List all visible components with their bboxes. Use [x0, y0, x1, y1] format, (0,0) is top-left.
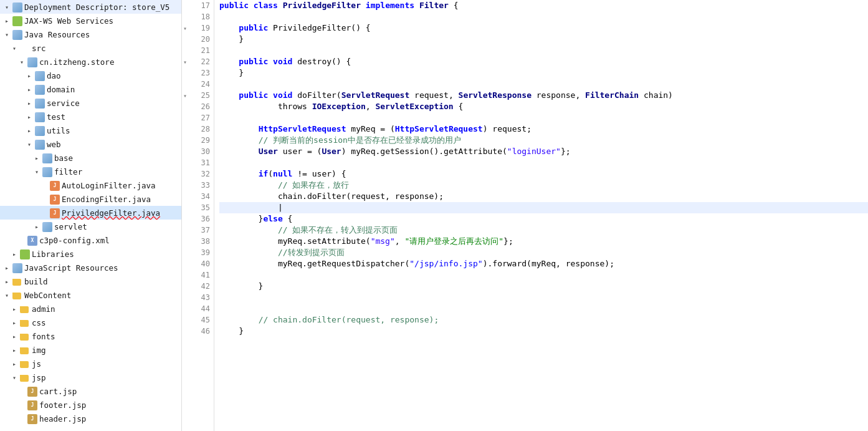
tree-arrow-base	[35, 155, 42, 162]
token: FilterChain	[585, 90, 639, 101]
file-label-java-resources: Java Resources	[24, 30, 90, 39]
line-number-37: 37	[182, 225, 214, 236]
sidebar-item-priviledgefilter[interactable]: PriviledgeFilter.java	[0, 206, 181, 220]
file-label-service: service	[47, 99, 80, 108]
sidebar-item-cart-jsp[interactable]: cart.jsp	[0, 384, 181, 398]
sidebar-item-fonts[interactable]: fonts	[0, 329, 181, 343]
file-label-libraries: Libraries	[32, 249, 74, 259]
tree-arrow-src	[12, 45, 20, 52]
collapse-icon-25[interactable]: ▾	[183, 92, 187, 99]
token	[219, 168, 259, 180]
token: void	[273, 90, 292, 101]
code-line-27	[219, 112, 868, 123]
token: {	[449, 0, 459, 11]
sidebar-item-admin[interactable]: admin	[0, 302, 181, 316]
token: "loginUser"	[507, 146, 561, 157]
file-label-test: test	[47, 112, 65, 122]
token: ServletResponse	[459, 90, 532, 101]
token: // chain.doFilter(request, response);	[259, 314, 439, 326]
file-icon-jsp	[20, 373, 30, 383]
line-number-41: 41	[182, 269, 214, 281]
line-number-35: 35	[182, 202, 214, 213]
sidebar-item-filter[interactable]: filter	[0, 165, 181, 178]
code-line-19: public PriviledgeFilter() {	[219, 22, 868, 34]
line-number-27: 27	[182, 112, 214, 123]
token: // 判断当前的session中是否存在已经登录成功的用户	[259, 135, 461, 146]
file-label-header-jsp: header.jsp	[39, 414, 86, 424]
sidebar-item-header-jsp[interactable]: header.jsp	[0, 412, 181, 425]
line-number-33: 33	[182, 180, 214, 191]
line-number-31: 31	[182, 157, 214, 168]
sidebar-item-jax-ws[interactable]: JAX-WS Web Services	[0, 14, 181, 27]
sidebar-item-footer-jsp[interactable]: footer.jsp	[0, 398, 181, 412]
token: PriviledgeFilter	[283, 0, 361, 11]
collapse-icon-19[interactable]: ▾	[183, 25, 187, 32]
sidebar-item-service[interactable]: service	[0, 96, 181, 110]
sidebar-item-servlet[interactable]: servlet	[0, 220, 181, 233]
tree-arrow-jsp	[12, 374, 20, 381]
file-label-footer-jsp: footer.jsp	[39, 400, 86, 410]
token	[219, 180, 278, 191]
sidebar-item-webcontent[interactable]: WebContent	[0, 288, 181, 302]
sidebar-item-js-resources[interactable]: JavaScript Resources	[0, 261, 181, 274]
sidebar-item-domain[interactable]: domain	[0, 82, 181, 96]
file-icon-filter	[42, 167, 52, 177]
code-line-37: // 如果不存在，转入到提示页面	[219, 225, 868, 236]
token	[219, 90, 239, 101]
sidebar-item-cn-itzheng-store[interactable]: cn.itzheng.store	[0, 55, 181, 69]
sidebar-item-c3p0-config[interactable]: c3p0-config.xml	[0, 233, 181, 247]
line-number-40: 40	[182, 258, 214, 269]
code-line-29: // 判断当前的session中是否存在已经登录成功的用户	[219, 135, 868, 146]
line-number-17: 17	[182, 0, 214, 11]
sidebar-item-build[interactable]: build	[0, 274, 181, 288]
file-icon-servlet	[42, 222, 52, 232]
line-number-42: 42	[182, 281, 214, 292]
code-line-31	[219, 157, 868, 168]
sidebar-item-test[interactable]: test	[0, 110, 181, 123]
file-icon-img	[20, 346, 30, 356]
sidebar-item-autologinfilter[interactable]: AutoLoginFilter.java	[0, 178, 181, 192]
sidebar-item-css[interactable]: css	[0, 316, 181, 329]
line-number-25: ▾25	[182, 90, 214, 101]
file-label-cn-itzheng-store: cn.itzheng.store	[39, 57, 114, 67]
sidebar-item-utils[interactable]: utils	[0, 123, 181, 137]
sidebar-item-web[interactable]: web	[0, 137, 181, 151]
code-line-28: HttpServletRequest myReq = (HttpServletR…	[219, 123, 868, 135]
tree-arrow-dao	[27, 72, 35, 79]
file-label-c3p0-config: c3p0-config.xml	[39, 236, 110, 245]
file-label-encodingfilter: EncodingFilter.java	[62, 195, 151, 204]
token: };	[561, 146, 571, 157]
token: "请用户登录之后再去访问"	[404, 236, 503, 247]
token: PriviledgeFilter() {	[273, 22, 371, 34]
file-label-priviledgefilter: PriviledgeFilter.java	[62, 208, 160, 218]
code-line-43	[219, 292, 868, 303]
collapse-icon-22[interactable]: ▾	[183, 59, 187, 65]
sidebar-item-deployment[interactable]: Deployment Descriptor: store_V5	[0, 0, 181, 14]
sidebar-item-base[interactable]: base	[0, 151, 181, 165]
sidebar-item-js[interactable]: js	[0, 357, 181, 370]
code-line-26: throws IOException, ServletException {	[219, 101, 868, 112]
line-number-30: 30	[182, 146, 214, 157]
file-icon-jax-ws	[12, 16, 22, 26]
sidebar-item-src[interactable]: src	[0, 41, 181, 55]
line-number-20: 20	[182, 34, 214, 45]
tree-arrow-css	[12, 319, 20, 326]
file-icon-libraries	[20, 249, 30, 259]
sidebar-item-java-resources[interactable]: Java Resources	[0, 27, 181, 41]
code-line-38: myReq.setAttribute("msg", "请用户登录之后再去访问"}…	[219, 236, 868, 247]
tree-arrow-js	[12, 361, 20, 367]
file-label-deployment: Deployment Descriptor: store_V5	[24, 2, 169, 12]
code-line-33: // 如果存在，放行	[219, 180, 868, 191]
sidebar-item-jsp[interactable]: jsp	[0, 370, 181, 384]
tree-arrow-jax-ws	[5, 17, 12, 24]
sidebar-item-encodingfilter[interactable]: EncodingFilter.java	[0, 192, 181, 206]
file-icon-build	[12, 277, 22, 287]
file-icon-webcontent	[12, 291, 22, 301]
file-label-utils: utils	[47, 126, 70, 135]
sidebar-item-libraries[interactable]: Libraries	[0, 247, 181, 261]
token: |	[219, 202, 283, 213]
file-tree[interactable]: Deployment Descriptor: store_V5JAX-WS We…	[0, 0, 182, 431]
sidebar-item-dao[interactable]: dao	[0, 69, 181, 82]
sidebar-item-img[interactable]: img	[0, 343, 181, 357]
token: ).forward(myReq, response);	[483, 258, 614, 269]
